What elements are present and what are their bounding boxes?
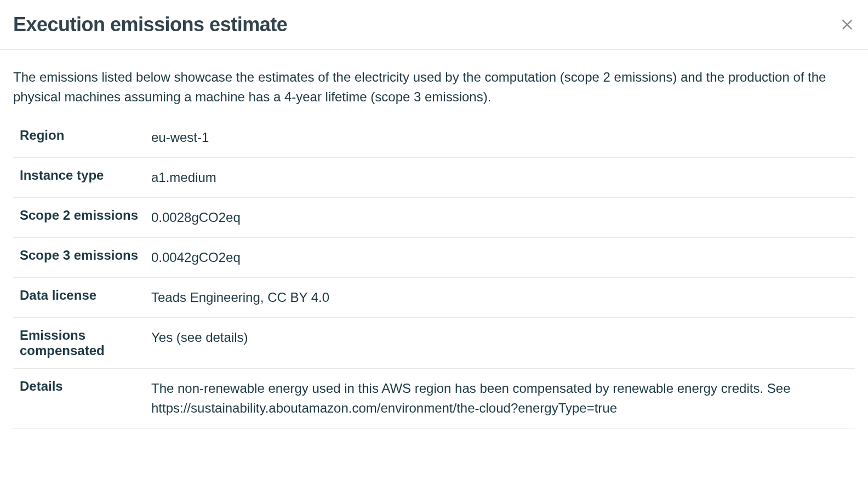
modal-content: The emissions listed below showcase the …: [0, 50, 868, 446]
modal-title: Execution emissions estimate: [13, 13, 287, 36]
row-value-scope2: 0.0028gCO2eq: [151, 208, 848, 227]
table-row: Emissions compensated Yes (see details): [13, 318, 855, 369]
table-row: Details The non-renewable energy used in…: [13, 369, 855, 428]
row-label-scope2: Scope 2 emissions: [20, 208, 151, 223]
modal-header: Execution emissions estimate: [0, 0, 868, 50]
row-value-details: The non-renewable energy used in this AW…: [151, 379, 848, 418]
row-label-details: Details: [20, 379, 151, 394]
row-label-license: Data license: [20, 288, 151, 303]
row-label-region: Region: [20, 128, 151, 143]
close-icon[interactable]: [840, 17, 855, 32]
row-value-compensated: Yes (see details): [151, 328, 848, 347]
row-label-instance-type: Instance type: [20, 168, 151, 183]
row-label-scope3: Scope 3 emissions: [20, 248, 151, 263]
row-value-license: Teads Engineering, CC BY 4.0: [151, 288, 848, 307]
info-table: Region eu-west-1 Instance type a1.medium…: [13, 118, 855, 428]
table-row: Region eu-west-1: [13, 118, 855, 158]
table-row: Instance type a1.medium: [13, 158, 855, 198]
table-row: Data license Teads Engineering, CC BY 4.…: [13, 278, 855, 318]
row-value-scope3: 0.0042gCO2eq: [151, 248, 848, 267]
row-label-compensated: Emissions compensated: [20, 328, 151, 358]
row-value-instance-type: a1.medium: [151, 168, 848, 187]
table-row: Scope 3 emissions 0.0042gCO2eq: [13, 238, 855, 278]
row-value-region: eu-west-1: [151, 128, 848, 147]
table-row: Scope 2 emissions 0.0028gCO2eq: [13, 198, 855, 238]
description-text: The emissions listed below showcase the …: [13, 67, 855, 107]
